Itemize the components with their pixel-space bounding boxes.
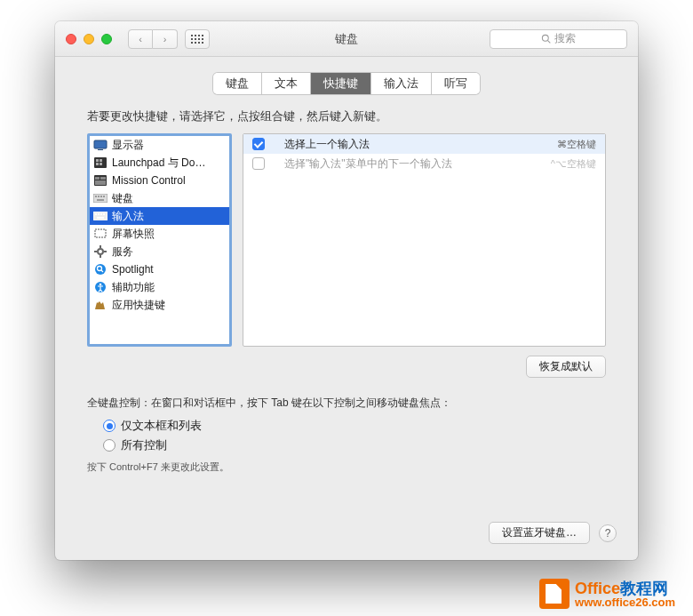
keyboard-icon — [93, 210, 108, 222]
maximize-icon[interactable] — [101, 34, 112, 44]
svg-rect-18 — [97, 199, 104, 201]
svg-point-31 — [95, 264, 106, 275]
category-sidebar[interactable]: 显示器 Launchpad 与 Do… Mission Control 键盘 输… — [87, 133, 232, 347]
screenshot-icon — [93, 228, 108, 240]
tabs: 键盘 文本 快捷键 输入法 听写 — [213, 73, 480, 94]
watermark: Office教程网 www.office26.com — [539, 579, 675, 609]
sidebar-item-label: Spotlight — [112, 263, 154, 276]
sidebar-item-label: 服务 — [112, 244, 133, 260]
svg-rect-21 — [98, 213, 100, 215]
sidebar-item-mission[interactable]: Mission Control — [90, 172, 229, 189]
preferences-window: ‹ › 键盘 搜索 键盘 文本 快捷键 输入法 听写 若要更改快捷键，请选择它，… — [55, 21, 638, 560]
search-icon — [541, 34, 551, 44]
sidebar-item-label: 键盘 — [112, 191, 133, 206]
svg-point-35 — [100, 284, 102, 286]
sidebar-item-keyboard[interactable]: 键盘 — [90, 189, 229, 207]
shortcut-label: 选择"输入法"菜单中的下一个输入法 — [284, 156, 551, 172]
svg-rect-15 — [98, 196, 100, 197]
svg-rect-10 — [95, 177, 100, 180]
radio-icon — [103, 420, 116, 432]
search-placeholder: 搜索 — [554, 31, 576, 46]
sidebar-item-launchpad[interactable]: Launchpad 与 Do… — [90, 154, 229, 172]
sidebar-item-screenshot[interactable]: 屏幕快照 — [90, 225, 229, 243]
restore-row: 恢复成默认 — [55, 347, 638, 378]
shortcut-row[interactable]: 选择上一个输入法 ⌘空格键 — [243, 134, 605, 154]
footer: 设置蓝牙键盘… ? — [55, 522, 638, 560]
watermark-icon — [539, 579, 570, 609]
svg-rect-3 — [98, 149, 103, 150]
sidebar-item-label: 显示器 — [112, 138, 144, 153]
radio-label: 仅文本框和列表 — [121, 418, 202, 434]
radio-text-only[interactable]: 仅文本框和列表 — [103, 416, 638, 436]
sidebar-item-display[interactable]: 显示器 — [90, 136, 229, 154]
display-icon — [93, 139, 108, 151]
titlebar: ‹ › 键盘 搜索 — [55, 21, 638, 57]
svg-rect-11 — [100, 177, 106, 180]
back-button[interactable]: ‹ — [128, 29, 153, 49]
tab-shortcuts[interactable]: 快捷键 — [311, 73, 371, 94]
svg-rect-23 — [103, 213, 105, 215]
svg-point-26 — [98, 249, 103, 254]
svg-rect-6 — [100, 159, 102, 162]
sidebar-item-accessibility[interactable]: 辅助功能 — [90, 278, 229, 296]
radio-group: 仅文本框和列表 所有控制 — [55, 416, 638, 455]
traffic-lights — [55, 34, 112, 44]
sidebar-item-label: Launchpad 与 Do… — [112, 156, 205, 171]
sidebar-item-app-shortcuts[interactable]: 应用快捷键 — [90, 296, 229, 314]
sidebar-item-input-source[interactable]: 输入法 — [90, 207, 229, 225]
forward-button[interactable]: › — [153, 29, 178, 49]
minimize-icon[interactable] — [84, 34, 94, 44]
sidebar-item-label: 屏幕快照 — [112, 227, 155, 242]
svg-rect-13 — [93, 194, 108, 203]
bluetooth-keyboard-button[interactable]: 设置蓝牙键盘… — [489, 522, 590, 544]
tab-text[interactable]: 文本 — [262, 73, 311, 94]
svg-rect-16 — [100, 196, 102, 197]
grid-icon — [191, 35, 203, 44]
search-input[interactable]: 搜索 — [490, 29, 627, 49]
svg-rect-7 — [96, 163, 99, 165]
shortcut-keys[interactable]: ⌘空格键 — [557, 138, 596, 151]
sidebar-item-label: 输入法 — [112, 209, 144, 224]
svg-rect-12 — [95, 180, 106, 185]
sidebar-item-services[interactable]: 服务 — [90, 243, 229, 260]
tab-dictation[interactable]: 听写 — [432, 73, 480, 94]
svg-line-1 — [548, 41, 551, 44]
svg-rect-5 — [96, 159, 99, 162]
shortcut-label: 选择上一个输入法 — [284, 137, 557, 152]
nav-buttons: ‹ › — [128, 29, 178, 49]
spotlight-icon — [93, 263, 108, 276]
shortcut-keys[interactable]: ^⌥空格键 — [551, 157, 596, 171]
svg-point-0 — [542, 35, 548, 41]
svg-rect-14 — [95, 196, 97, 197]
restore-defaults-button[interactable]: 恢复成默认 — [526, 356, 606, 378]
show-all-button[interactable] — [185, 29, 210, 49]
svg-rect-8 — [100, 163, 102, 165]
shortcut-row[interactable]: 选择"输入法"菜单中的下一个输入法 ^⌥空格键 — [243, 154, 605, 173]
window-title: 键盘 — [335, 31, 358, 47]
accessibility-icon — [93, 281, 108, 293]
apps-icon — [93, 299, 108, 311]
instruction-text: 若要更改快捷键，请选择它，点按组合键，然后键入新键。 — [55, 103, 638, 133]
close-icon[interactable] — [66, 34, 76, 44]
svg-rect-25 — [95, 229, 106, 237]
svg-rect-20 — [95, 213, 97, 215]
checkbox[interactable] — [252, 157, 265, 170]
radio-all-controls[interactable]: 所有控制 — [103, 436, 638, 455]
tab-input[interactable]: 输入法 — [371, 73, 432, 94]
radio-icon — [103, 439, 116, 452]
keyboard-icon — [93, 192, 108, 204]
tab-keyboard[interactable]: 键盘 — [213, 73, 262, 94]
svg-rect-19 — [93, 212, 108, 220]
svg-rect-24 — [97, 217, 104, 219]
tabs-row: 键盘 文本 快捷键 输入法 听写 — [55, 57, 638, 103]
radio-label: 所有控制 — [121, 437, 167, 453]
mission-control-icon — [93, 174, 108, 187]
full-keyboard-desc: 全键盘控制：在窗口和对话框中，按下 Tab 键在以下控制之间移动键盘焦点： — [55, 378, 638, 416]
sidebar-item-spotlight[interactable]: Spotlight — [90, 260, 229, 278]
help-button[interactable]: ? — [599, 524, 617, 542]
checkbox[interactable] — [252, 138, 265, 150]
launchpad-icon — [93, 156, 108, 169]
panels: 显示器 Launchpad 与 Do… Mission Control 键盘 输… — [55, 133, 638, 347]
watermark-text: Office教程网 www.office26.com — [575, 580, 675, 608]
shortcut-list[interactable]: 选择上一个输入法 ⌘空格键 选择"输入法"菜单中的下一个输入法 ^⌥空格键 — [243, 133, 606, 347]
